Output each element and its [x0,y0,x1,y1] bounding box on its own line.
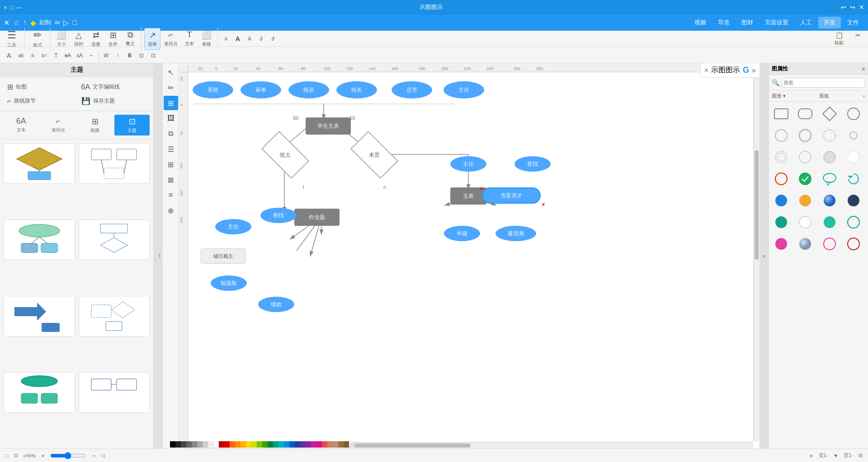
ellipse-组员[interactable]: 组员 [288,81,329,98]
statusbar-zoom-in[interactable]: + [41,452,45,459]
ellipse-系统[interactable]: 系统 [193,81,233,98]
delete-handle-br[interactable]: × [542,201,545,208]
shape-rect-plain[interactable] [772,104,791,123]
minimize-icon[interactable]: — [16,4,22,11]
ellipse-最否测[interactable]: 最否测 [495,226,536,241]
window-controls[interactable]: ↩ ↪ ✕ [841,4,864,11]
color-violet[interactable] [300,441,306,448]
collapse-panel-btn[interactable]: 《 [154,63,163,448]
right-expand-btn[interactable]: » [760,63,769,448]
filter-close-icon[interactable]: × [863,93,865,99]
color-yellow[interactable] [246,441,251,448]
color-yellow-green[interactable] [251,441,257,448]
filter-label[interactable]: 圆形 ▾ [772,93,786,99]
toolbar-size-btn[interactable]: ⬜ 大小 [53,28,70,49]
color-mid[interactable] [186,441,192,448]
color-brown-dark[interactable] [344,441,349,448]
color-cyan[interactable] [278,441,284,448]
shape-refresh[interactable] [844,169,863,188]
fmt-list-icon[interactable]: ≡ [27,51,38,60]
preview-white-diamonds[interactable] [79,296,150,336]
vtool-list-btn[interactable]: ☰ [164,142,178,156]
vtool-shapes-btn[interactable]: ⊞ [164,96,178,110]
toolbar-table-btn[interactable]: ⬜ 表格 [198,28,215,49]
canvas-close-icon[interactable]: × [704,66,708,75]
menu-page-setup[interactable]: 页面设置 [760,17,794,28]
fmt-fontsize-sm-icon[interactable]: A [244,35,255,43]
shape-circle-dashed[interactable] [820,126,839,145]
color-picker-btn[interactable]: ⬜ [349,441,355,448]
menu-treasury[interactable]: 图财 [736,17,759,28]
color-salmon[interactable] [322,441,327,448]
shape-circle-teal-outline[interactable] [844,213,863,232]
shape-circle-pink-outline[interactable] [820,234,839,253]
undo-icon[interactable]: ↩ [841,4,846,11]
filter-panel-label[interactable]: 面板 [819,93,829,99]
shape-speech[interactable] [820,169,839,188]
fmt-indent-icon[interactable]: ≡↑ [39,51,50,60]
ellipse-审单[interactable]: 审单 [241,81,281,98]
fmt-sub-icon[interactable]: dδ [15,52,26,59]
shape-rect-rounded[interactable] [796,104,815,123]
fmt-a-icon[interactable]: A [4,51,14,60]
toolbar-connect-btn[interactable]: ⇄ 连接 [88,28,104,49]
shape-circle-red-outline[interactable] [772,169,791,188]
shape-circle-white2[interactable] [796,213,815,232]
toolbar-select-btn[interactable]: ↗ 选择 [144,28,160,50]
color-magenta[interactable] [311,441,316,448]
preview-blue-shapes[interactable] [4,296,75,336]
fmt-strikethrough-icon[interactable]: xA [62,51,73,60]
fmt-t-icon[interactable]: T [51,51,61,60]
ellipse-否是否才[interactable]: 否是否才 [482,187,541,204]
label-辅日截主[interactable]: 辅日截主 [201,248,246,264]
rp-close-btn[interactable]: × [862,65,865,73]
toolbar-combine-btn[interactable]: ⊞ 合并 [105,28,121,49]
preview-diamond-flow[interactable] [4,143,75,184]
fmt-raise-icon[interactable]: ↑ [113,51,123,60]
ellipse-组器取[interactable]: 组器取 [211,275,247,291]
vtool-indent-btn[interactable]: ≡ [164,188,178,202]
fmt-fontsize-icon[interactable]: A [232,34,243,43]
canvas-area[interactable]: × 示图图示 G » -20 0 20 40 60 80 100 120 140… [179,63,760,448]
statusbar-page-nav-down[interactable]: ▼ [833,453,838,458]
vtool-layers-btn[interactable]: ⧉ [164,126,178,141]
type-text-btn[interactable]: 6A 文本 [4,115,39,135]
shape-cat-route[interactable]: ⌐ 路线路节 [4,95,76,107]
toolbar-arrange-btn[interactable]: △ 排列 [71,28,87,49]
toolbar-text-btn[interactable]: T 文本 [181,28,198,49]
menu-rect-icon[interactable]: □ [72,19,77,27]
diamond-末页[interactable]: 末页 [353,142,396,168]
rect-学生主表[interactable]: 学生主表 [306,117,351,135]
color-lightest[interactable] [208,441,213,448]
shape-diamond[interactable] [820,104,839,123]
ellipse-主任-top[interactable]: 主任 [443,81,484,98]
shape-circle-blue-light[interactable] [796,234,815,253]
menu-link-icon[interactable]: ∞ [55,19,60,27]
ellipse-组长[interactable]: 组长 [336,81,377,98]
fmt-bold-icon[interactable]: B [124,51,135,60]
shape-cat-general[interactable]: ⊞ 绘图 [4,81,76,93]
color-darkest[interactable] [175,441,181,448]
color-lighter[interactable] [203,441,208,448]
canvas-expand-icon[interactable]: » [752,66,756,75]
toolbar-waypoints-btn[interactable]: ⌐ 途径点 [161,28,180,49]
color-pink[interactable] [316,441,322,448]
toolbar-tools-group[interactable]: ☰ 工具 [2,28,22,50]
menu-nav[interactable]: 导览 [712,17,735,28]
delete-handle-tl[interactable]: × [480,185,483,192]
ellipse-主任-lmid[interactable]: 主任 [215,219,251,234]
right-search-input[interactable] [781,78,865,88]
shape-circle-white[interactable] [844,148,863,167]
menu-video[interactable]: 视频 [689,17,712,28]
menu-up-icon[interactable]: ↑ [23,19,27,27]
color-light[interactable] [197,441,203,448]
shape-circle-dark[interactable] [844,191,863,210]
fmt-more2-icon[interactable]: ∂ [268,35,278,43]
color-blue-dark[interactable] [295,441,300,448]
statusbar-zoom-out[interactable]: − [92,452,95,459]
color-red[interactable] [224,441,230,448]
menu-close-icon[interactable]: ✕ [4,19,9,27]
shape-cat-text[interactable]: 6A 文字编辑线 [78,81,150,93]
color-black[interactable] [170,441,175,448]
color-orange[interactable] [235,441,241,448]
